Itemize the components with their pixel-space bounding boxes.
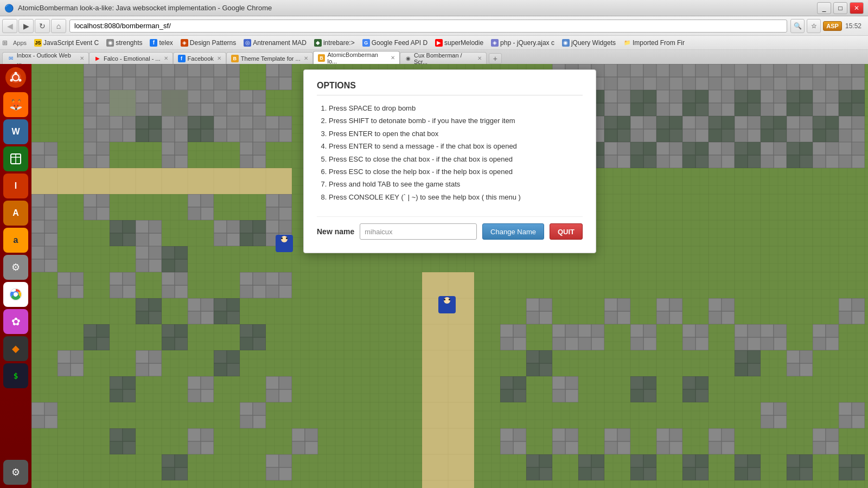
tab-close-cux[interactable]: ✕ (477, 55, 482, 61)
bookmark-jquery[interactable]: ◉jQuery Widgets (559, 38, 619, 48)
sidebar-writer[interactable]: W (3, 119, 28, 144)
tab-close-theme[interactable]: ✕ (304, 55, 308, 61)
sidebar-firefox[interactable]: 🦊 (3, 92, 28, 117)
quit-button[interactable]: QUIT (550, 223, 583, 240)
bookmark-php[interactable]: ◈php - jQuery.ajax c (488, 38, 558, 48)
modal-title: OPTIONS (317, 81, 583, 95)
bookmarks-bar: ⊞ Apps JSJavaScript Event C ◉strenghts f… (0, 36, 868, 50)
star-icon[interactable]: ☆ (807, 19, 821, 33)
nav-icons: 🔍 ☆ ASP (790, 19, 842, 33)
tab-label-theme: Theme Template for ... (241, 55, 301, 62)
option-1: Press SPACE to drop bomb (329, 102, 583, 114)
tab-label-falco: Falco - Emotional - ... (104, 55, 161, 62)
modal-overlay: OPTIONS Press SPACE to drop bomb Press S… (31, 64, 868, 488)
sidebar-tools[interactable]: ⚙ (3, 255, 28, 280)
sidebar-settings[interactable]: ⚙ (3, 460, 28, 485)
tab-atomic[interactable]: B AtomicBomberman lo... ✕ (313, 51, 400, 64)
sidebar-hummingbird[interactable]: ✿ (3, 309, 28, 334)
search-icon[interactable]: 🔍 (790, 19, 805, 33)
asp-badge: ASP (823, 21, 842, 31)
close-btn[interactable]: ✕ (850, 2, 864, 14)
tab-favicon-falco: ▶ (94, 55, 101, 62)
window-controls[interactable]: _ □ ✕ (817, 2, 864, 14)
sidebar-terminal[interactable]: $ (3, 363, 28, 388)
tab-close-falco[interactable]: ✕ (164, 55, 168, 61)
tab-inbox[interactable]: ✉ Inbox - Outlook Web ... ✕ (2, 52, 89, 64)
name-input[interactable] (360, 223, 477, 240)
tab-favicon-cux: ◉ (405, 55, 412, 62)
options-list: Press SPACE to drop bomb Press SHIFT to … (317, 102, 583, 203)
tab-favicon-facebook: f (178, 55, 186, 62)
tab-label-facebook: Facebook (188, 55, 214, 62)
tabs-bar: ✉ Inbox - Outlook Web ... ✕ ▶ Falco - Em… (0, 50, 868, 64)
change-name-button[interactable]: Change Name (482, 223, 544, 240)
sidebar-ubuntu-icon[interactable] (5, 67, 26, 88)
tab-facebook[interactable]: f Facebook ✕ (173, 52, 226, 64)
bookmark-google[interactable]: GGoogle Feed API D (359, 38, 431, 48)
tab-theme[interactable]: B Theme Template for ... ✕ (226, 52, 313, 64)
bookmark-strenghts[interactable]: ◉strenghts (103, 38, 145, 48)
bookmark-js[interactable]: JSJavaScript Event C (31, 38, 102, 48)
option-6: Press ESC to close the help box - if the… (329, 165, 583, 178)
sidebar-fontforge[interactable]: A (3, 201, 28, 226)
tab-favicon-atomic: B (318, 54, 326, 62)
back-btn[interactable]: ◀ (2, 19, 17, 33)
tab-falco[interactable]: ▶ Falco - Emotional - ... ✕ (89, 52, 173, 64)
window-title: AtomicBomberman look-a-like: Java websoc… (18, 4, 272, 12)
tab-favicon-inbox: ✉ (7, 55, 15, 62)
bookmark-imported[interactable]: 📁Imported From Fir (620, 38, 688, 48)
sidebar-blender[interactable]: ◆ (3, 336, 28, 361)
new-name-label: New name (317, 227, 354, 236)
clock-display: 15:52 (845, 22, 861, 30)
tab-label-atomic: AtomicBomberman lo... (327, 52, 387, 65)
nav-bar: ◀ ▶ ↻ ⌂ 🔍 ☆ ASP 15:52 (0, 16, 868, 36)
tab-close-inbox[interactable]: ✕ (80, 55, 84, 61)
maximize-btn[interactable]: □ (833, 2, 847, 14)
home-btn[interactable]: ⌂ (51, 19, 66, 33)
tab-label-cux: Cux Bomberman / Scr... (414, 52, 474, 64)
option-2: Press SHIFT to detonate bomb - if you ha… (329, 114, 583, 127)
forward-btn[interactable]: ▶ (18, 19, 34, 33)
tab-cux[interactable]: ◉ Cux Bomberman / Scr... ✕ (400, 52, 487, 64)
option-7: Press and hold TAB to see the game stats (329, 178, 583, 190)
sidebar: 🦊 W I A a ⚙ ✿ ◆ $ ⚙ (0, 64, 31, 488)
svg-point-3 (19, 79, 22, 82)
tab-close-facebook[interactable]: ✕ (217, 55, 221, 61)
bookmark-intrebare[interactable]: ◆intrebare:> (311, 38, 358, 48)
option-5: Press ESC to close the chat box - if the… (329, 153, 583, 165)
address-bar[interactable] (69, 20, 787, 33)
svg-point-4 (10, 79, 13, 82)
minimize-btn[interactable]: _ (817, 2, 831, 14)
tab-close-atomic[interactable]: ✕ (391, 55, 395, 61)
bookmark-apps[interactable]: Apps (10, 38, 30, 47)
modal-footer: New name Change Name QUIT (317, 216, 583, 240)
bookmark-antrenament[interactable]: ◎Antrenament MAD (240, 38, 310, 48)
sidebar-impress[interactable]: I (3, 174, 28, 198)
tab-label-inbox: Inbox - Outlook Web ... (17, 52, 76, 64)
svg-point-2 (15, 72, 17, 75)
bookmarks-label: ⊞ (2, 39, 8, 47)
title-bar: 🔵 AtomicBomberman look-a-like: Java webs… (0, 0, 868, 16)
option-8: Press CONSOLE KEY (` | ~) to see the hel… (329, 191, 583, 203)
sidebar-chrome[interactable] (3, 282, 28, 307)
reload-btn[interactable]: ↻ (35, 19, 50, 33)
option-4: Press ENTER to send a message - if the c… (329, 140, 583, 152)
bookmark-melodie[interactable]: ▶superMelodie (432, 38, 487, 48)
bookmark-design[interactable]: ◈Design Patterns (177, 38, 239, 48)
options-modal: OPTIONS Press SPACE to drop bomb Press S… (303, 69, 596, 253)
option-3: Press ENTER to open the chat box (329, 127, 583, 140)
sidebar-calc[interactable] (3, 146, 28, 171)
new-tab-btn[interactable]: + (489, 53, 502, 64)
bookmark-telex[interactable]: ftelex (146, 38, 176, 48)
tab-favicon-theme: B (231, 55, 239, 62)
sidebar-amazon[interactable]: a (3, 228, 28, 253)
